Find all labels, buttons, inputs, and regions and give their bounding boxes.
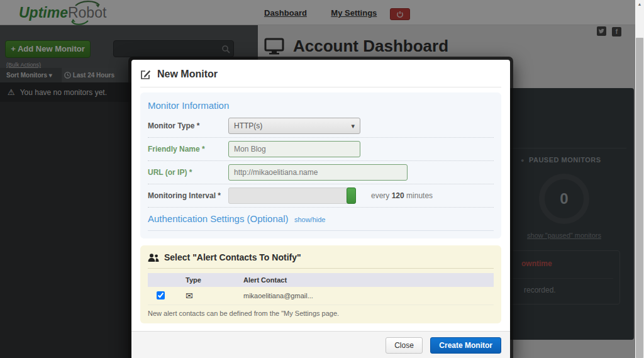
interval-value: 120 <box>392 191 404 200</box>
new-monitor-modal: New Monitor Monitor Information Monitor … <box>128 57 513 358</box>
users-icon <box>148 254 159 262</box>
monitor-type-label: Monitor Type * <box>148 121 228 130</box>
alert-contact-row: ✉ mikaoelitiana@gmail... <box>148 287 494 305</box>
scrollbar-thumb[interactable] <box>636 38 643 358</box>
close-button[interactable]: Close <box>386 337 423 354</box>
monitor-information-heading: Monitor Information <box>148 98 494 115</box>
interval-prefix: every <box>371 191 392 200</box>
url-row: URL (or IP) * <box>148 160 494 184</box>
chevron-down-icon: ▾ <box>351 118 355 133</box>
monitoring-interval-label: Monitoring Interval * <box>148 191 228 200</box>
modal-header: New Monitor <box>140 67 501 81</box>
friendly-name-row: Friendly Name * <box>148 137 494 160</box>
alert-contacts-panel: Select "Alert Contacts To Notify" Type A… <box>140 245 501 323</box>
type-column-header: Type <box>173 273 239 287</box>
monitor-type-select[interactable]: HTTP(s) ▾ <box>228 118 360 134</box>
interval-value-text: every 120 minutes <box>371 191 433 200</box>
contact-column-header: Alert Contact <box>239 273 494 287</box>
alerts-divider <box>148 268 494 269</box>
alert-contacts-header: Select "Alert Contacts To Notify" <box>148 250 494 264</box>
scrollbar-up-arrow-icon[interactable]: ▲ <box>635 2 644 6</box>
auth-show-hide-link[interactable]: show/hide <box>294 216 326 223</box>
checkbox-column-header <box>148 273 173 287</box>
page-scrollbar[interactable]: ▲ <box>635 0 644 358</box>
monitoring-interval-row: Monitoring Interval * every 120 minutes <box>148 184 494 207</box>
monitor-info-panel: Monitor Information Monitor Type * HTTP(… <box>140 92 501 238</box>
interval-slider[interactable] <box>228 187 356 204</box>
monitor-type-value: HTTP(s) <box>234 121 262 130</box>
authentication-settings-link[interactable]: Authentication Settings (Optional) <box>148 213 288 224</box>
interval-suffix: minutes <box>404 191 433 200</box>
modal-footer: Close Create Monitor <box>131 331 510 358</box>
alerts-note: New alert contacts can be defined from t… <box>148 310 494 317</box>
authentication-settings-row: Authentication Settings (Optional) show/… <box>148 207 494 231</box>
friendly-name-input[interactable] <box>228 141 360 157</box>
url-input[interactable] <box>228 164 408 181</box>
monitor-type-row: Monitor Type * HTTP(s) ▾ <box>148 115 494 137</box>
auth-divider <box>148 230 494 231</box>
alert-contacts-table: Type Alert Contact ✉ mikaoelitiana@gmail… <box>148 273 494 305</box>
email-icon: ✉ <box>186 291 193 301</box>
alerts-table-header-row: Type Alert Contact <box>148 273 494 287</box>
interval-slider-handle[interactable] <box>347 187 356 204</box>
url-label: URL (or IP) * <box>148 168 228 177</box>
alert-contacts-title: Select "Alert Contacts To Notify" <box>164 252 301 262</box>
alert-contact-email: mikaoelitiana@gmail... <box>239 287 494 305</box>
create-monitor-button[interactable]: Create Monitor <box>430 337 501 354</box>
alert-contact-checkbox[interactable] <box>157 291 165 299</box>
edit-icon <box>140 69 151 80</box>
modal-title-divider <box>140 87 501 87</box>
friendly-name-label: Friendly Name * <box>148 145 228 154</box>
modal-title: New Monitor <box>157 69 218 80</box>
